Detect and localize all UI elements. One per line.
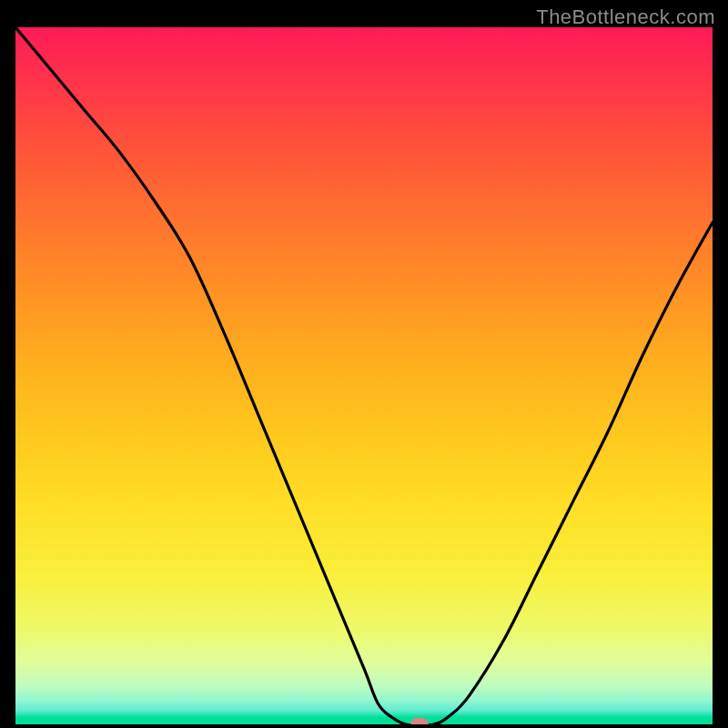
optimal-point-marker (410, 718, 429, 724)
chart-frame (14, 25, 714, 726)
bottleneck-curve-path (15, 27, 713, 724)
watermark-text: TheBottleneck.com (536, 5, 715, 29)
chart-curve (15, 27, 713, 724)
chart-plot-area (15, 27, 713, 724)
